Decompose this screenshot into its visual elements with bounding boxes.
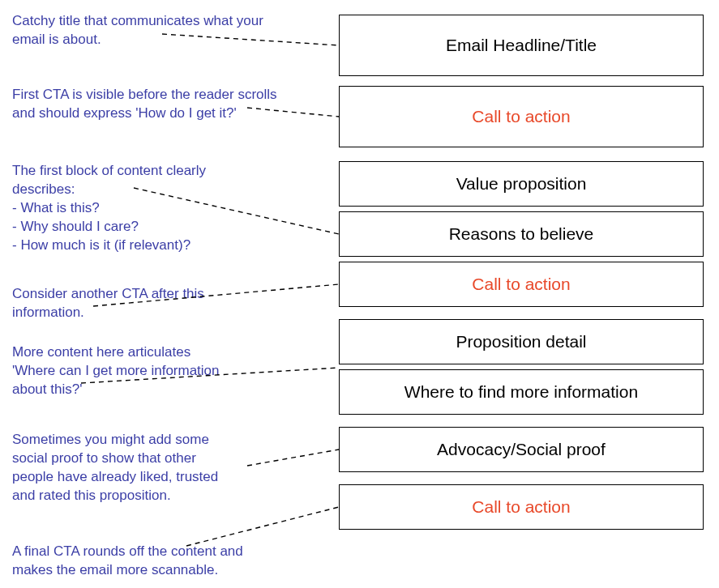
annotation-final-cta: A final CTA rounds off the content and m… xyxy=(12,543,320,580)
annotation-social-proof: Sometimes you might add some social proo… xyxy=(12,431,312,505)
box-email-headline: Email Headline/Title xyxy=(339,15,704,76)
annotation-first-block: The first block of content clearly descr… xyxy=(12,162,312,255)
connector-7 xyxy=(186,507,339,546)
box-cta-2: Call to action xyxy=(339,262,704,307)
box-more-information: Where to find more information xyxy=(339,369,704,415)
annotation-headline: Catchy title that communicates what your… xyxy=(12,12,312,49)
annotation-more-content: More content here articulates 'Where can… xyxy=(12,343,312,399)
annotation-first-cta: First CTA is visible before the reader s… xyxy=(12,86,320,123)
box-social-proof: Advocacy/Social proof xyxy=(339,427,704,472)
box-cta-1: Call to action xyxy=(339,86,704,147)
diagram-canvas: Catchy title that communicates what your… xyxy=(0,0,719,588)
box-value-proposition: Value proposition xyxy=(339,161,704,207)
box-cta-3: Call to action xyxy=(339,484,704,530)
box-proposition-detail: Proposition detail xyxy=(339,319,704,364)
box-reasons-to-believe: Reasons to believe xyxy=(339,211,704,257)
annotation-second-cta: Consider another CTA after this informat… xyxy=(12,285,312,322)
